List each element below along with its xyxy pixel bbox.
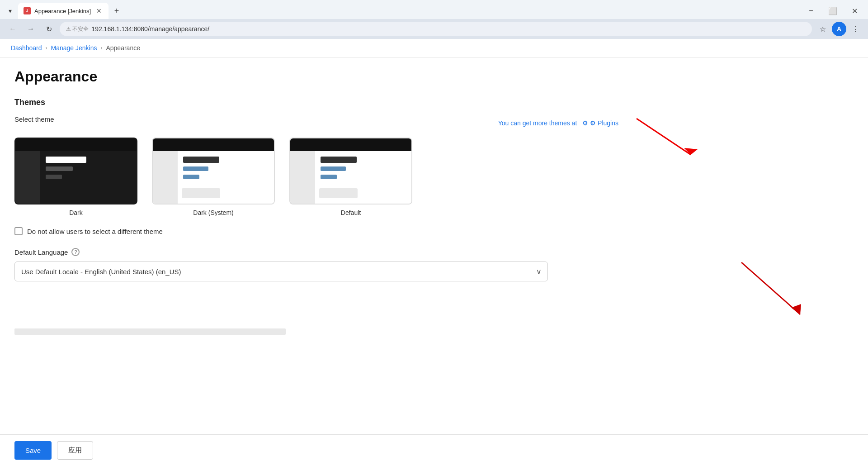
toolbar-icons: ☆ A ⋮ <box>816 22 863 36</box>
default-main <box>315 151 411 204</box>
dark-sidebar <box>15 151 40 204</box>
new-tab-button[interactable]: + <box>110 5 123 17</box>
theme-preview-dark <box>14 138 137 204</box>
theme-card-default[interactable]: Default <box>289 138 412 216</box>
partial-text-hint <box>0 328 868 338</box>
breadcrumb-sep-1: › <box>46 45 47 51</box>
bottom-action-bar: Save 应用 <box>0 434 868 466</box>
breadcrumb-dashboard[interactable]: Dashboard <box>11 44 42 52</box>
breadcrumb: Dashboard › Manage Jenkins › Appearance <box>0 39 868 57</box>
breadcrumb-sep-2: › <box>100 45 102 51</box>
plugins-icon: ⚙ <box>582 119 588 127</box>
theme-name-default: Default <box>341 209 361 216</box>
dark-system-main <box>178 151 274 204</box>
menu-button[interactable]: ⋮ <box>848 22 863 36</box>
dark-bar-2 <box>46 166 73 171</box>
help-symbol: ? <box>74 249 77 255</box>
dark-system-body <box>153 151 274 204</box>
plugins-label: ⚙ Plugins <box>590 119 618 127</box>
address-bar: ← → ↻ ⚠ 不安全 192.168.1.134:8080/manage/ap… <box>0 19 868 39</box>
url-text: 192.168.1.134:8080/manage/appearance/ <box>91 25 209 33</box>
browser-chrome: ▾ J Appearance [Jenkins] ✕ + − ⬜ ✕ ← → ↻… <box>0 0 868 39</box>
default-language-label: Default Language <box>14 248 68 256</box>
ds-bar-2 <box>183 166 208 171</box>
dark-system-sidebar <box>153 151 178 204</box>
default-topbar <box>290 138 411 151</box>
theme-card-dark-system[interactable]: Dark (System) <box>152 138 275 216</box>
dark-system-topbar <box>153 138 274 151</box>
main-area: Appearance Themes Select theme You can g… <box>0 57 633 328</box>
theme-preview-dark-system <box>152 138 275 204</box>
themes-row: Dark Dark (System) <box>14 138 618 216</box>
ds-bottom-box <box>182 188 220 198</box>
reload-button[interactable]: ↻ <box>42 22 56 36</box>
dark-bar-1 <box>46 157 86 163</box>
theme-card-dark[interactable]: Dark <box>14 138 137 216</box>
close-button[interactable]: ✕ <box>844 3 864 19</box>
ds-bar-1 <box>183 157 219 163</box>
plugins-link[interactable]: You can get more themes at ⚙ ⚙ Plugins <box>498 119 618 127</box>
apply-button[interactable]: 应用 <box>57 441 93 460</box>
forward-button[interactable]: → <box>24 22 38 36</box>
dark-main <box>40 151 137 204</box>
def-bar-2 <box>321 166 346 171</box>
page-content: Dashboard › Manage Jenkins › Appearance … <box>0 39 868 466</box>
default-sidebar <box>290 151 315 204</box>
ds-bar-3 <box>183 175 199 179</box>
security-warning-icon: ⚠ 不安全 <box>66 25 89 33</box>
tab-close-button[interactable]: ✕ <box>95 7 103 15</box>
dark-topbar <box>15 138 137 151</box>
window-controls: − ⬜ ✕ <box>801 3 864 19</box>
breadcrumb-current: Appearance <box>106 44 140 52</box>
dark-body <box>15 151 137 204</box>
tab-favicon: J <box>24 7 31 14</box>
language-select-wrapper: Use Default Locale - English (United Sta… <box>14 262 548 281</box>
def-bottom-box <box>319 188 358 198</box>
red-arrow-annotation <box>618 109 709 164</box>
select-theme-label: Select theme <box>14 115 54 123</box>
theme-name-dark: Dark <box>69 209 83 216</box>
def-bar-1 <box>321 157 357 163</box>
themes-section-title: Themes <box>14 98 618 107</box>
breadcrumb-manage-jenkins[interactable]: Manage Jenkins <box>51 44 97 52</box>
bookmark-button[interactable]: ☆ <box>816 22 830 36</box>
save-button[interactable]: Save <box>14 441 52 460</box>
page-title: Appearance <box>14 68 618 85</box>
tab-title: Appearance [Jenkins] <box>34 8 91 14</box>
language-select[interactable]: Use Default Locale - English (United Sta… <box>14 262 548 281</box>
theme-restriction-label: Do not allow users to select a different… <box>27 228 163 235</box>
checkbox-row: Do not allow users to select a different… <box>14 227 618 235</box>
back-button[interactable]: ← <box>5 22 20 36</box>
svg-marker-1 <box>684 148 698 155</box>
active-tab[interactable]: J Appearance [Jenkins] ✕ <box>18 3 108 19</box>
theme-name-dark-system: Dark (System) <box>193 209 233 216</box>
tab-dropdown-button[interactable]: ▾ <box>4 5 16 17</box>
dark-bar-3 <box>46 175 62 179</box>
address-input[interactable]: ⚠ 不安全 192.168.1.134:8080/manage/appearan… <box>60 22 812 36</box>
tab-bar: ▾ J Appearance [Jenkins] ✕ + − ⬜ ✕ <box>0 0 868 19</box>
maximize-button[interactable]: ⬜ <box>823 3 843 19</box>
theme-preview-default <box>289 138 412 204</box>
def-bar-3 <box>321 175 337 179</box>
help-icon[interactable]: ? <box>71 248 80 256</box>
default-language-row: Default Language ? <box>14 248 618 256</box>
user-avatar[interactable]: A <box>832 22 846 36</box>
theme-restriction-checkbox[interactable] <box>14 227 23 235</box>
minimize-button[interactable]: − <box>801 3 821 19</box>
default-body <box>290 151 411 204</box>
themes-link-text: You can get more themes at <box>498 119 577 127</box>
svg-line-0 <box>637 119 691 155</box>
